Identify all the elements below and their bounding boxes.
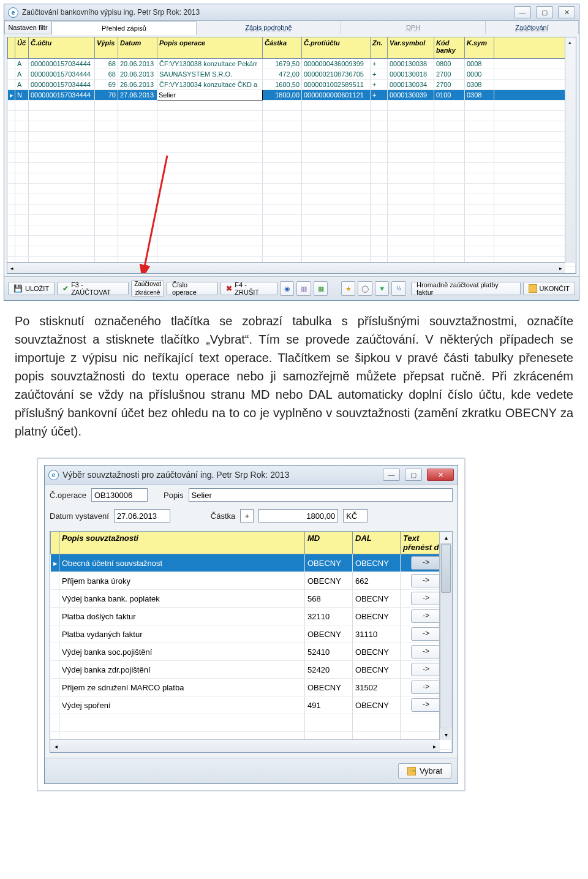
grid-cell: Příjem banka úroky [59,572,305,590]
scroll-thumb[interactable] [441,544,451,593]
transfer-text-button[interactable]: -> [411,698,442,712]
statement-grid[interactable]: ÚčČ.účtuVýpisDatumPopis operaceČástkaČ.p… [7,37,576,274]
table-row[interactable]: Příjem ze sdružení MARCO platbaOBECNY315… [51,679,452,696]
grid-cell: OBECNY [353,643,401,661]
grid-header[interactable]: Č.účtu [29,37,95,59]
table-row[interactable]: Platba došlých faktur32110OBECNY-> [51,608,452,625]
doc-icon: ▥ [301,285,307,293]
transfer-text-button[interactable]: -> [411,645,442,658]
grid-cell: 0008 [465,59,494,69]
table-row[interactable]: A00000001570344446926.06.2013ČF:VY130034… [8,80,576,90]
hromadne-button[interactable]: Hromadně zaúčtovat platby faktur [411,282,521,295]
maximize-button[interactable]: ▢ [405,469,422,481]
table-row[interactable]: Výdej banka bank. poplatek568OBECNY-> [51,590,452,608]
table-row[interactable]: Výdej banka zdr.pojištění52420OBECNY-> [51,661,452,679]
tool-icon-4[interactable]: ★ [341,281,355,296]
tab-dph[interactable]: DPH [341,21,486,34]
transfer-text-button[interactable]: -> [411,681,442,694]
row-marker [51,572,59,590]
scroll-track[interactable] [440,543,451,728]
transfer-text-button[interactable]: -> [411,609,442,623]
table-row[interactable]: Platba vydaných fakturOBECNY31110-> [51,625,452,643]
transfer-text-button[interactable]: -> [411,627,442,641]
datum-field[interactable] [114,509,170,522]
f4-zrusit-button[interactable]: ✖ F4 - ZRUŠIT [221,282,277,295]
transfer-text-button[interactable]: -> [411,556,442,570]
table-row-empty [8,121,576,132]
grid-header[interactable]: Č.protiúčtu [302,37,371,59]
table-row[interactable]: Výdej spoření491OBECNY-> [51,696,452,714]
zauctovat-zkracene-button[interactable]: Zaúčtovat zkráceně [131,281,164,296]
grid-header[interactable]: K.sym [465,37,494,59]
table-row-empty [51,714,452,732]
scroll-down-icon[interactable]: ▾ [440,729,452,740]
grid-header[interactable]: Úč [15,37,29,59]
tool-icon-6[interactable]: ▼ [375,281,389,296]
grid-cell: ČF:VY130034 konzultace ČKD a [157,80,263,90]
table-row[interactable]: ▸Obecná účetní souvstažnostOBECNYOBECNY-… [51,554,452,572]
grid-header[interactable]: MD [305,532,353,554]
op-number-field[interactable] [91,488,148,502]
scroll-right-icon[interactable]: ▸ [556,265,565,271]
horizontal-scrollbar[interactable]: ◂ ▸ [7,262,565,273]
grid-header[interactable]: Popis souvztažnosti [59,532,305,554]
grid-header[interactable]: Zn. [371,37,388,59]
tab-zauctovani[interactable]: Zaúčtování [486,21,579,34]
table-row[interactable]: Výdej banka soc.pojištění52410OBECNY-> [51,643,452,661]
tool-icon-7[interactable]: ½ [391,281,405,296]
grid-cell: 2700 [434,69,465,80]
mena-field[interactable] [343,509,368,522]
grid-header[interactable]: Částka [263,37,302,59]
save-icon: 💾 [13,284,23,293]
cislo-operace-button[interactable]: Číslo operace [167,282,218,295]
transfer-text-button[interactable]: -> [411,574,442,587]
tool-icon-5[interactable]: ◯ [358,281,372,296]
table-row[interactable]: A00000001570344446820.06.2013SAUNASYSTEM… [8,69,576,80]
tool-icon-1[interactable]: ◉ [280,281,294,296]
popis-label: Popis [164,491,184,500]
grid-header[interactable]: Var.symbol [388,37,434,59]
scroll-right-icon[interactable]: ▸ [429,743,440,750]
exit-icon [529,284,537,293]
table-row[interactable]: A00000001570344446820.06.2013ČF:VY130038… [8,59,576,69]
nav-row: Nastaven filtr Přehled zápisů Zápis podr… [4,21,579,34]
table-row[interactable]: ▸N00000001570344447027.06.2013Selier1800… [8,90,576,100]
table-row[interactable]: Příjem banka úrokyOBECNY662-> [51,572,452,590]
grid-header[interactable]: Výpis [95,37,118,59]
grid-cell: Výdej spoření [59,696,305,714]
f3-zauctovat-button[interactable]: ✔ F3 - ZAÚČTOVAT [57,282,129,295]
minimize-button[interactable]: — [383,469,400,481]
scroll-up-icon[interactable]: ▴ [440,532,452,543]
transfer-text-button[interactable]: -> [411,592,442,605]
sign-field[interactable] [240,509,254,522]
save-button[interactable]: 💾 ULOŽIT [8,282,55,295]
correlation-grid[interactable]: Popis souvztažnostiMDDALText přenést do … [50,532,452,753]
grid-header[interactable]: Kód banky [434,37,465,59]
grid-header[interactable]: Popis operace [157,37,263,59]
vybrat-button[interactable]: Vybrat [398,763,451,779]
grid-header[interactable]: DAL [353,532,401,554]
scroll-up-icon[interactable]: ▴ [565,37,575,47]
tab-prehled[interactable]: Přehled zápisů [51,21,197,35]
tool-icon-3[interactable]: ▦ [314,281,328,296]
app-icon: e [8,7,18,18]
close-button[interactable]: ✕ [558,6,575,18]
scroll-left-icon[interactable]: ◂ [50,743,61,750]
vertical-scrollbar[interactable]: ▴ [565,37,576,263]
filter-button[interactable]: Nastaven filtr [4,21,51,34]
tab-zapis-podrobne[interactable]: Zápis podrobně [197,21,341,34]
vertical-scrollbar[interactable]: ▴ ▾ [439,532,452,740]
minimize-button[interactable]: — [514,6,531,18]
row-marker [51,625,59,643]
tool-icon-2[interactable]: ▥ [296,281,311,296]
popis-field[interactable] [189,488,453,502]
row-marker [8,59,15,69]
maximize-button[interactable]: ▢ [536,6,553,18]
ukoncit-button[interactable]: UKONČIT [523,282,576,295]
close-button[interactable]: ✕ [427,469,454,481]
castka-field[interactable] [258,509,338,522]
transfer-text-button[interactable]: -> [411,663,442,676]
grid-header[interactable]: Datum [118,37,157,59]
scroll-left-icon[interactable]: ◂ [7,265,17,271]
horizontal-scrollbar[interactable]: ◂ ▸ [50,739,440,752]
